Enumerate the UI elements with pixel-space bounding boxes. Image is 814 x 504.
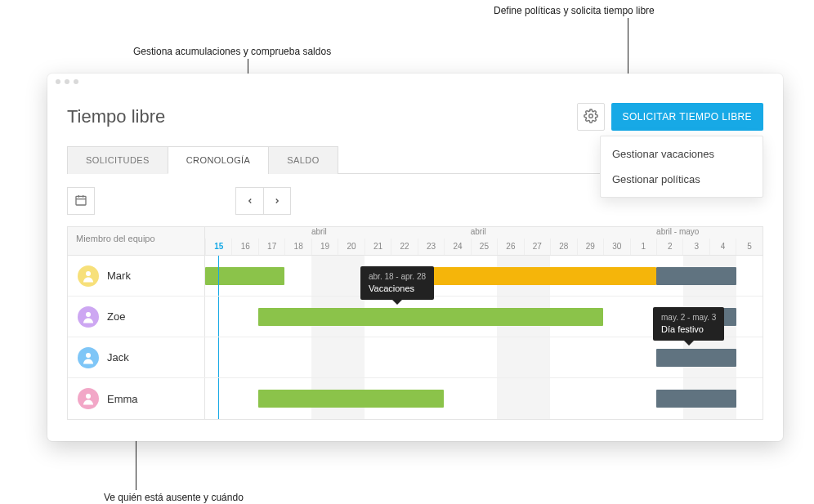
svg-point-6 xyxy=(86,312,91,317)
tab-requests[interactable]: SOLICITUDES xyxy=(67,146,168,174)
weekend-stripe xyxy=(311,337,365,377)
timeline-lane xyxy=(205,378,763,419)
day-header: 3 xyxy=(682,239,709,255)
next-button[interactable] xyxy=(263,187,291,215)
today-line xyxy=(218,378,219,419)
day-header: 25 xyxy=(471,239,497,255)
day-header: 16 xyxy=(231,239,257,255)
day-header: 15 xyxy=(205,239,231,255)
prev-button[interactable] xyxy=(235,187,263,215)
month-label: abril xyxy=(311,227,327,236)
day-header: 17 xyxy=(258,239,284,255)
timeline-row: Emma xyxy=(68,378,763,419)
request-time-off-button[interactable]: SOLICITAR TIEMPO LIBRE xyxy=(611,103,763,131)
svg-point-7 xyxy=(86,353,91,358)
member-name: Mark xyxy=(107,270,131,282)
day-header: 4 xyxy=(709,239,736,255)
tooltip-holiday: may. 2 - may. 3 Día festivo xyxy=(653,307,724,341)
day-header: 2 xyxy=(656,239,682,255)
svg-rect-1 xyxy=(76,196,86,205)
member-name: Emma xyxy=(107,393,138,405)
svg-point-0 xyxy=(588,114,593,118)
page-title: Tiempo libre xyxy=(67,106,165,127)
tooltip-label: Vacaciones xyxy=(369,283,414,293)
month-label: abril xyxy=(471,227,486,236)
chevron-left-icon xyxy=(246,195,254,207)
timeline-bar[interactable] xyxy=(656,267,736,285)
tooltip-label: Día festivo xyxy=(661,324,704,334)
member-cell[interactable]: Mark xyxy=(68,256,205,296)
day-header: 1 xyxy=(630,239,656,255)
day-header: 28 xyxy=(550,239,576,255)
weekend-stripe xyxy=(497,378,550,419)
calendar-button[interactable] xyxy=(67,187,95,215)
day-header: 30 xyxy=(603,239,629,255)
avatar xyxy=(78,388,99,409)
tab-balance[interactable]: SALDO xyxy=(268,146,338,174)
window-dot xyxy=(65,79,69,84)
day-header: 18 xyxy=(284,239,311,255)
day-header: 20 xyxy=(338,239,364,255)
day-header: 23 xyxy=(418,239,444,255)
day-header: 24 xyxy=(444,239,470,255)
month-label: abril - mayo xyxy=(656,227,699,236)
app-window: Tiempo libre SOLICITAR TIEMPO LIBRE Gest… xyxy=(47,74,783,441)
today-line xyxy=(218,337,219,377)
callout-define-policies: Define políticas y solicita tiempo libre xyxy=(494,5,655,16)
day-header: 21 xyxy=(365,239,391,255)
timeline: Miembro del equipo abrilabrilabril - may… xyxy=(67,226,763,420)
menu-manage-policies[interactable]: Gestionar políticas xyxy=(601,167,763,192)
avatar xyxy=(78,347,99,368)
calendar-icon xyxy=(74,194,87,209)
member-column-header: Miembro del equipo xyxy=(68,227,205,255)
callout-manage-balances: Gestiona acumulaciones y comprueba saldo… xyxy=(133,46,331,57)
window-dot xyxy=(56,79,60,84)
tooltip-dates: may. 2 - may. 3 xyxy=(661,312,716,323)
window-dot xyxy=(74,79,78,84)
callout-see-absent: Ve quién está ausente y cuándo xyxy=(104,492,244,503)
timeline-lane xyxy=(205,256,763,296)
timeline-bar[interactable] xyxy=(205,267,284,285)
timeline-bar[interactable] xyxy=(258,390,444,408)
member-cell[interactable]: Jack xyxy=(68,337,205,377)
member-cell[interactable]: Zoe xyxy=(68,297,205,337)
gear-icon xyxy=(584,109,598,126)
member-name: Jack xyxy=(107,351,129,364)
today-line xyxy=(218,297,219,337)
window-titlebar xyxy=(47,74,783,90)
settings-button[interactable] xyxy=(577,103,605,131)
day-header: 29 xyxy=(577,239,603,255)
day-header: 19 xyxy=(311,239,338,255)
timeline-row: Jack xyxy=(68,337,763,378)
timeline-lane xyxy=(205,337,763,377)
day-header: 26 xyxy=(497,239,523,255)
day-header: 22 xyxy=(391,239,417,255)
avatar xyxy=(78,306,99,328)
member-name: Zoe xyxy=(107,310,125,323)
tooltip-dates: abr. 18 - apr. 28 xyxy=(369,271,426,283)
timeline-bar[interactable] xyxy=(656,349,736,367)
chevron-right-icon xyxy=(273,195,281,207)
day-header: 5 xyxy=(736,239,762,255)
settings-menu: Gestionar vacaciones Gestionar políticas xyxy=(600,136,763,198)
timeline-bar[interactable] xyxy=(656,390,736,408)
member-cell[interactable]: Emma xyxy=(68,378,205,419)
timeline-bar[interactable] xyxy=(258,308,603,326)
tab-timeline[interactable]: CRONOLOGÍA xyxy=(168,146,270,174)
avatar xyxy=(78,265,99,287)
weekend-stripe xyxy=(497,337,550,377)
menu-manage-vacations[interactable]: Gestionar vacaciones xyxy=(601,141,763,167)
svg-point-5 xyxy=(86,271,91,276)
timeline-bar[interactable] xyxy=(418,267,656,285)
tooltip-vacation: abr. 18 - apr. 28 Vacaciones xyxy=(360,266,434,300)
weekend-stripe xyxy=(311,256,365,296)
day-header: 27 xyxy=(524,239,550,255)
today-line xyxy=(218,256,219,296)
svg-point-8 xyxy=(86,394,91,399)
